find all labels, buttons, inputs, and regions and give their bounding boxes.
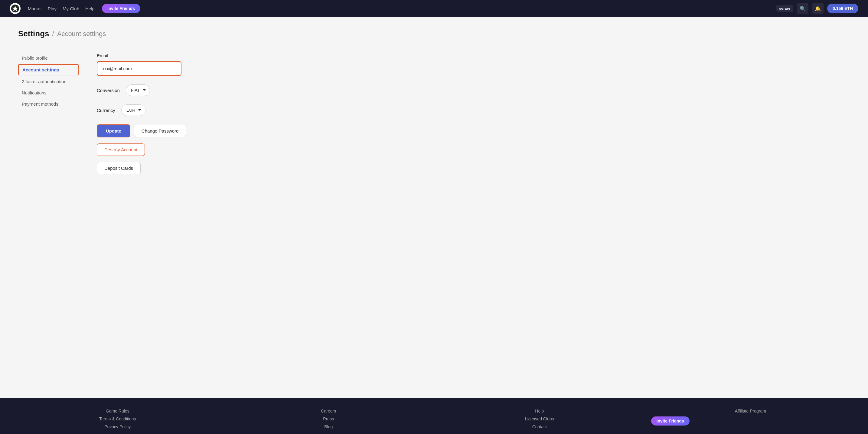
settings-form: Email Conversion FIAT ETH USD Currency E…	[97, 53, 224, 174]
page-container: Settings / Account settings Public profi…	[0, 17, 868, 398]
currency-select[interactable]: EUR USD GBP	[121, 105, 146, 116]
bell-icon: 🔔	[815, 6, 821, 11]
deposit-cards-row: Deposit Cards	[97, 162, 224, 174]
footer: Game Rules Terms & Conditions Privacy Po…	[0, 398, 868, 434]
breadcrumb-current: Account settings	[57, 30, 106, 38]
footer-licensed-clubs[interactable]: Licensed Clubs	[440, 416, 639, 421]
conversion-group: Conversion FIAT ETH USD	[97, 84, 224, 96]
breadcrumb-settings: Settings	[18, 29, 49, 38]
footer-col-3: Help Licensed Clubs Contact	[440, 409, 639, 429]
breadcrumb: Settings / Account settings	[18, 29, 850, 38]
nav-help[interactable]: Help	[85, 6, 95, 11]
deposit-cards-button[interactable]: Deposit Cards	[97, 162, 141, 174]
footer-help[interactable]: Help	[440, 409, 639, 413]
email-input[interactable]	[97, 61, 182, 76]
site-logo[interactable]	[10, 3, 21, 14]
footer-press[interactable]: Press	[229, 416, 428, 421]
sidebar-item-public-profile[interactable]: Public profile	[18, 53, 79, 63]
settings-layout: Public profile Account settings 2 factor…	[18, 53, 850, 174]
footer-contact[interactable]: Contact	[440, 424, 639, 429]
conversion-select[interactable]: FIAT ETH USD	[126, 84, 150, 96]
destroy-account-button[interactable]: Destroy Account	[97, 143, 145, 156]
breadcrumb-separator: /	[52, 30, 54, 38]
eth-balance-button[interactable]: 0.156 ETH	[827, 4, 858, 13]
footer-col-1: Game Rules Terms & Conditions Privacy Po…	[18, 409, 217, 429]
search-button[interactable]: 🔍	[797, 3, 808, 14]
invite-friends-button[interactable]: Invite Friends	[102, 4, 140, 13]
footer-careers[interactable]: Careers	[229, 409, 428, 413]
email-group: Email	[97, 53, 224, 76]
sidebar-item-notifications[interactable]: Notifications	[18, 88, 79, 98]
update-button[interactable]: Update	[97, 124, 130, 137]
navbar-right: sorare 🔍 🔔 0.156 ETH	[776, 3, 858, 14]
settings-sidebar: Public profile Account settings 2 factor…	[18, 53, 79, 174]
footer-terms[interactable]: Terms & Conditions	[18, 416, 217, 421]
nav-links: Market Play My Club Help	[28, 6, 95, 11]
nav-market[interactable]: Market	[28, 6, 42, 11]
nav-play[interactable]: Play	[48, 6, 57, 11]
search-icon: 🔍	[800, 6, 806, 11]
email-label: Email	[97, 53, 224, 58]
footer-blog[interactable]: Blog	[229, 424, 428, 429]
footer-col-2: Careers Press Blog	[229, 409, 428, 429]
destroy-account-row: Destroy Account	[97, 143, 224, 162]
notifications-button[interactable]: 🔔	[812, 3, 824, 14]
footer-game-rules[interactable]: Game Rules	[18, 409, 217, 413]
footer-grid: Game Rules Terms & Conditions Privacy Po…	[18, 409, 850, 429]
sidebar-item-2fa[interactable]: 2 factor authentication	[18, 77, 79, 87]
sorare-badge: sorare	[776, 5, 793, 12]
sidebar-item-payment-methods[interactable]: Payment methods	[18, 99, 79, 109]
footer-affiliate[interactable]: Affiliate Program	[651, 409, 850, 413]
footer-invite-friends-button[interactable]: Invite Friends	[651, 416, 689, 426]
conversion-label: Conversion	[97, 88, 120, 93]
currency-group: Currency EUR USD GBP	[97, 105, 224, 116]
nav-my-club[interactable]: My Club	[63, 6, 79, 11]
primary-actions-row: Update Change Password	[97, 124, 224, 137]
footer-privacy[interactable]: Privacy Policy	[18, 424, 217, 429]
navbar: Market Play My Club Help Invite Friends …	[0, 0, 868, 17]
change-password-button[interactable]: Change Password	[134, 125, 186, 137]
currency-label: Currency	[97, 108, 115, 113]
footer-col-4: Affiliate Program Invite Friends	[651, 409, 850, 429]
sidebar-item-account-settings[interactable]: Account settings	[18, 64, 79, 75]
